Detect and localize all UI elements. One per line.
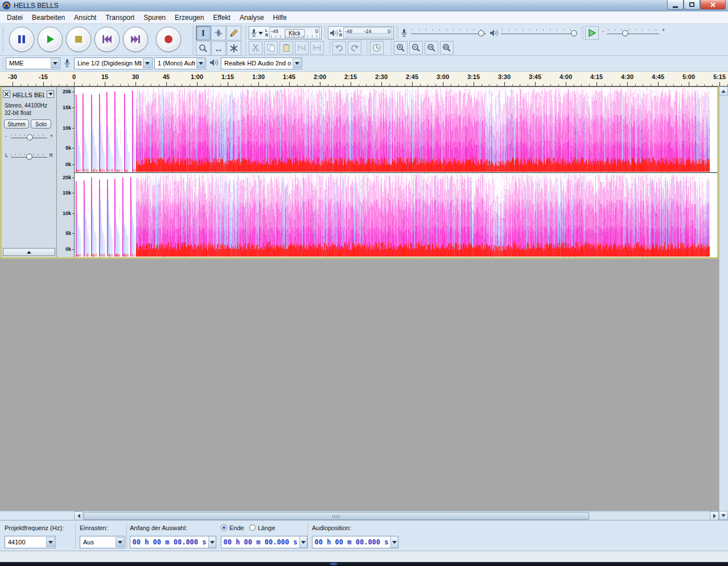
length-radio[interactable] [249, 524, 256, 531]
recording-meter[interactable]: LR -48 Klick 0 [249, 26, 322, 40]
toolbar-grip[interactable] [245, 26, 247, 40]
gain-slider[interactable]: - + [5, 131, 53, 143]
solo-button[interactable]: Solo [31, 119, 51, 129]
track-collapse-button[interactable] [3, 248, 55, 256]
menu-item-analyse[interactable]: Analyse [235, 12, 269, 23]
play-button[interactable] [38, 27, 63, 52]
time-spinner[interactable] [299, 536, 307, 548]
vertical-scrollbar[interactable] [719, 86, 728, 520]
playback-meter[interactable]: LR -48 -24 0 [328, 26, 394, 40]
track-title[interactable]: HELLS BEL [13, 92, 44, 98]
dropdown-button[interactable] [46, 537, 55, 547]
selection-tool-button[interactable]: I [196, 26, 211, 40]
scroll-left-button[interactable] [74, 511, 83, 520]
menu-item-hilfe[interactable]: Hilfe [269, 12, 291, 23]
zoom-out-button[interactable] [409, 41, 423, 55]
scroll-right-button[interactable] [710, 511, 719, 520]
end-radio[interactable] [221, 524, 227, 531]
menu-item-spuren[interactable]: Spuren [139, 12, 170, 23]
track-close-button[interactable] [3, 90, 10, 98]
play-speed-thumb[interactable] [622, 30, 628, 36]
toolbar-grip[interactable] [397, 26, 399, 40]
wave-area[interactable] [75, 87, 717, 257]
timeshift-tool-button[interactable]: ↔ [211, 41, 226, 56]
menu-item-erzeugen[interactable]: Erzeugen [170, 12, 208, 23]
envelope-tool-button[interactable] [211, 26, 226, 40]
menu-item-datei[interactable]: Datei [2, 12, 27, 23]
selection-end-time[interactable]: 00 h 00 m 00.000 s [221, 536, 307, 548]
play-speed-slider[interactable] [606, 27, 660, 39]
sync-lock-button[interactable] [370, 41, 384, 55]
input-volume-thumb[interactable] [478, 30, 484, 36]
toolbar-grip[interactable] [324, 26, 327, 40]
output-volume-thumb[interactable] [571, 30, 577, 36]
zoom-in-button[interactable] [394, 41, 408, 55]
length-radio-label[interactable]: Länge [258, 524, 275, 531]
scroll-down-button[interactable] [719, 511, 728, 520]
copy-button[interactable] [264, 41, 278, 55]
undo-button[interactable] [332, 41, 346, 55]
input-channels-select[interactable]: 1 (Mono) Aufn [154, 57, 206, 69]
record-button[interactable] [156, 27, 181, 52]
skip-to-end-button[interactable] [123, 27, 148, 52]
pause-button[interactable] [9, 27, 34, 52]
timeline-ruler[interactable]: -30-1501530451:001:151:301:452:002:152:3… [0, 72, 728, 86]
zoom-tool-button[interactable] [196, 41, 211, 56]
spectrogram-channel-2[interactable] [75, 173, 712, 257]
toolbar-grip[interactable] [367, 41, 369, 55]
toolbar-grip[interactable] [245, 41, 247, 55]
pan-thumb[interactable] [26, 154, 32, 160]
menu-item-bearbeiten[interactable]: Bearbeiten [27, 12, 69, 23]
project-rate-select[interactable]: 44100 [5, 536, 56, 548]
minimize-button[interactable] [667, 0, 684, 10]
spectrogram-channel-1[interactable] [75, 87, 712, 172]
horizontal-scroll-thumb[interactable] [84, 512, 589, 520]
toolbar-grip[interactable] [2, 27, 5, 52]
toolbar-grip[interactable] [329, 41, 331, 55]
dropdown-button[interactable] [51, 59, 59, 68]
output-volume-slider[interactable] [500, 27, 577, 39]
fit-selection-button[interactable] [425, 41, 438, 55]
redo-button[interactable] [348, 41, 361, 55]
close-button[interactable] [700, 0, 726, 10]
paste-button[interactable] [279, 41, 293, 55]
toolbar-grip[interactable] [192, 26, 195, 55]
scroll-up-button[interactable] [719, 86, 728, 96]
toolbar-grip[interactable] [582, 26, 584, 40]
snap-select[interactable]: Aus [80, 536, 125, 548]
trim-audio-button[interactable] [295, 41, 309, 55]
dropdown-button[interactable] [116, 537, 124, 547]
toolbar-grip[interactable] [2, 58, 5, 69]
play-at-speed-button[interactable] [585, 26, 599, 40]
pan-slider[interactable]: L R [5, 151, 53, 162]
fit-project-button[interactable] [440, 41, 454, 55]
input-device-select[interactable]: Line 1/2 (Digidesign Mbo: [74, 57, 153, 69]
draw-tool-button[interactable] [227, 26, 241, 40]
time-spinner[interactable] [390, 536, 398, 548]
output-device-select[interactable]: Realtek HD Audio 2nd ou [221, 57, 302, 69]
maximize-button[interactable] [684, 0, 700, 10]
stop-button[interactable] [66, 27, 91, 52]
menu-item-ansicht[interactable]: Ansicht [69, 12, 101, 23]
selection-start-time[interactable]: 00 h 00 m 00.000 s [130, 536, 216, 548]
silence-audio-button[interactable] [310, 41, 324, 55]
end-radio-label[interactable]: Ende [229, 524, 244, 531]
audio-position-time[interactable]: 00 h 00 m 00.000 s [312, 536, 398, 548]
windows-taskbar[interactable] [0, 562, 728, 566]
mute-button[interactable]: Stumm [4, 119, 29, 129]
audio-host-select[interactable]: MME [6, 57, 60, 69]
input-volume-slider[interactable] [410, 27, 487, 39]
menu-item-effekt[interactable]: Effekt [208, 12, 235, 23]
vertical-ruler[interactable]: 20k15k10k5k0k 20k15k10k5k0k [57, 87, 75, 257]
dropdown-button[interactable] [293, 59, 301, 68]
menu-item-transport[interactable]: Transport [101, 12, 139, 23]
skip-to-start-button[interactable] [94, 27, 120, 52]
toolbar-grip[interactable] [390, 41, 393, 55]
dropdown-button[interactable] [196, 59, 205, 68]
horizontal-scrollbar[interactable] [74, 511, 719, 520]
gain-thumb[interactable] [27, 134, 33, 141]
cut-button[interactable] [249, 41, 262, 55]
track-menu-button[interactable] [47, 90, 54, 98]
dropdown-button[interactable] [143, 59, 151, 68]
time-spinner[interactable] [208, 536, 216, 548]
